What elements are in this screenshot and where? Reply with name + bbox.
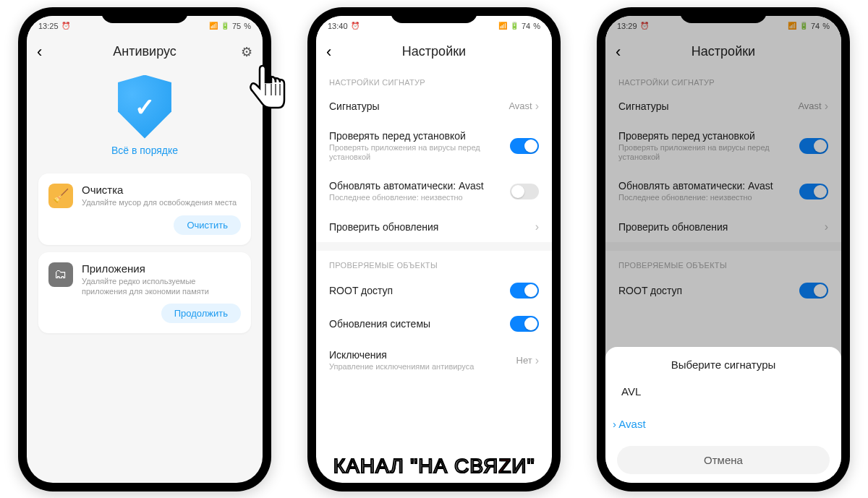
back-button[interactable]: ‹	[326, 43, 344, 61]
divider	[316, 242, 552, 251]
sysupd-toggle[interactable]	[510, 316, 539, 332]
phone-antivirus: 13:25 ⏰ 📶 🔋 75% ‹ Антивирус ⚙ ✓ Всё в по…	[18, 7, 271, 491]
sheet-cancel-button[interactable]: Отмена	[617, 446, 830, 474]
section-objects-header: ПРОВЕРЯЕМЫЕ ОБЪЕКТЫ	[316, 251, 552, 274]
check-before-sub: Проверять приложения на вирусы перед уст…	[329, 143, 510, 163]
exceptions-label: Исключения	[329, 349, 516, 361]
page-title: Антивирус	[54, 44, 235, 59]
battery-pct: 74	[522, 22, 530, 30]
signatures-value: Avast	[509, 100, 532, 111]
cleanup-subtitle: Удаляйте мусор для освобождения места	[82, 197, 237, 207]
row-autoupdate[interactable]: Обновлять автоматически: Avast Последнее…	[316, 171, 552, 212]
titlebar: ‹ Настройки	[316, 36, 552, 68]
screen-2: 13:40 ⏰ 📶 🔋 74% ‹ Настройки НАСТРОЙКИ СИ…	[316, 16, 552, 483]
status-time: 13:40	[328, 22, 348, 30]
sysupd-label: Обновления системы	[329, 318, 510, 330]
apps-button[interactable]: Продолжить	[161, 304, 241, 323]
row-exceptions[interactable]: Исключения Управление исключениями антив…	[316, 340, 552, 381]
sheet-option-avl[interactable]: AVL	[605, 375, 841, 408]
row-system-updates[interactable]: Обновления системы	[316, 307, 552, 340]
autoupdate-label: Обновлять автоматически: Avast	[329, 180, 510, 192]
chevron-right-icon: ›	[535, 100, 539, 113]
settings-gear-icon[interactable]: ⚙	[235, 44, 252, 60]
row-check-before-install[interactable]: Проверять перед установкой Проверять при…	[316, 121, 552, 172]
chevron-right-icon: ›	[535, 354, 539, 367]
sheet-title: Выберите сигнатуры	[605, 347, 841, 375]
battery-icon: 🔋	[510, 22, 519, 30]
root-label: ROOT доступ	[329, 285, 510, 296]
settings-list: НАСТРОЙКИ СИГНАТУР Сигнатуры Avast › Про…	[316, 68, 552, 381]
sheet-option-avast[interactable]: Avast	[605, 408, 841, 440]
apps-icon: 🗂	[48, 262, 73, 287]
apps-card: 🗂 Приложения Удаляйте редко используемые…	[38, 252, 251, 334]
alarm-icon: ⏰	[61, 22, 70, 30]
cleanup-title: Очистка	[82, 184, 237, 196]
check-before-label: Проверять перед установкой	[329, 130, 510, 142]
check-before-toggle[interactable]	[510, 138, 539, 154]
exceptions-sub: Управление исключениями антивируса	[329, 362, 516, 372]
checkmark-icon: ✓	[135, 93, 155, 121]
signal-icon: 📶	[498, 22, 507, 30]
cleanup-card: 🧹 Очистка Удаляйте мусор для освобождени…	[38, 173, 251, 245]
battery-icon: 🔋	[221, 22, 229, 30]
notch	[391, 7, 477, 23]
phone-settings-sheet: 13:29 ⏰ 📶 🔋 74% ‹ Настройки НАСТРОЙКИ СИ…	[597, 7, 850, 491]
status-time: 13:25	[38, 22, 59, 30]
antivirus-hero: ✓ Всё в порядке	[27, 68, 263, 166]
apps-title: Приложения	[82, 262, 241, 275]
row-signatures[interactable]: Сигнатуры Avast ›	[316, 91, 552, 121]
titlebar: ‹ Антивирус ⚙	[27, 36, 263, 68]
signatures-label: Сигнатуры	[329, 100, 509, 112]
cleanup-button[interactable]: Очистить	[174, 215, 241, 235]
phone-settings: 13:40 ⏰ 📶 🔋 74% ‹ Настройки НАСТРОЙКИ СИ…	[307, 7, 561, 491]
screen-1: 13:25 ⏰ 📶 🔋 75% ‹ Антивирус ⚙ ✓ Всё в по…	[27, 16, 263, 483]
autoupdate-toggle[interactable]	[510, 184, 539, 199]
notch	[680, 7, 767, 23]
signature-picker-sheet: Выберите сигнатуры AVL Avast Отмена	[605, 347, 841, 483]
section-signatures-header: НАСТРОЙКИ СИГНАТУР	[316, 68, 552, 91]
autoupdate-sub: Последнее обновление: неизвестно	[329, 193, 510, 203]
exceptions-value: Нет	[516, 355, 532, 366]
check-updates-label: Проверить обновления	[329, 221, 535, 233]
root-toggle[interactable]	[510, 283, 539, 299]
chevron-right-icon: ›	[535, 220, 539, 233]
battery-pct: 75	[232, 22, 241, 30]
notch	[101, 7, 188, 23]
alarm-icon: ⏰	[351, 22, 359, 30]
signal-icon: 📶	[209, 22, 218, 30]
status-ok-text: Всё в порядке	[27, 145, 263, 156]
shield-icon: ✓	[113, 75, 176, 139]
back-button[interactable]: ‹	[37, 43, 54, 61]
screen-3: 13:29 ⏰ 📶 🔋 74% ‹ Настройки НАСТРОЙКИ СИ…	[605, 16, 841, 483]
row-check-updates[interactable]: Проверить обновления ›	[316, 212, 552, 242]
broom-icon: 🧹	[48, 184, 73, 208]
row-root[interactable]: ROOT доступ	[316, 274, 552, 307]
apps-subtitle: Удаляйте редко используемые приложения д…	[82, 276, 241, 297]
page-title: Настройки	[344, 44, 524, 59]
